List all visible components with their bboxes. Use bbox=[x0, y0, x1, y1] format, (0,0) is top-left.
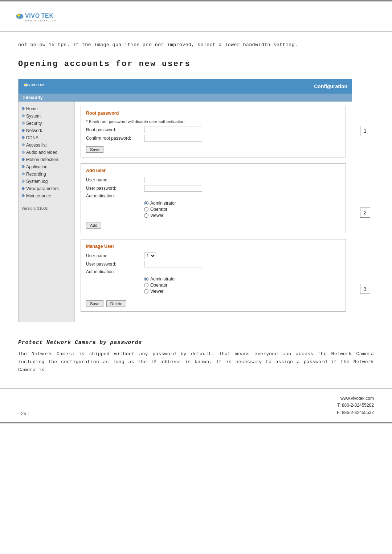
sidebar-label-syslog: System log bbox=[26, 179, 48, 184]
plus-icon-maintenance: ⊕ bbox=[21, 193, 25, 198]
add-password-label: User password: bbox=[86, 186, 144, 191]
add-password-input[interactable] bbox=[144, 185, 202, 192]
add-auth-operator-row: Operator bbox=[144, 207, 340, 212]
bottom-border bbox=[0, 422, 392, 423]
manage-username-select[interactable]: 1 bbox=[144, 253, 156, 259]
add-auth-group: Administrator Operator Viewer bbox=[144, 201, 340, 218]
sidebar-item-system[interactable]: ⊕ System bbox=[19, 112, 74, 120]
plus-icon-system: ⊕ bbox=[21, 114, 25, 118]
plus-icon-network: ⊕ bbox=[21, 128, 25, 133]
protect-text: The Network Camera is shipped without an… bbox=[18, 350, 374, 374]
sidebar-item-access-list[interactable]: ⊕ Access list bbox=[19, 141, 74, 149]
config-panel: VIVO TEK Configuration >Security ⊕ Home bbox=[18, 79, 352, 322]
section-heading: Opening accounts for new users bbox=[18, 59, 374, 69]
confirm-password-input[interactable] bbox=[144, 135, 202, 141]
svg-text:VIVO: VIVO bbox=[25, 13, 40, 19]
sidebar-label-access: Access list bbox=[26, 143, 47, 148]
add-auth-admin-label: Administrator bbox=[150, 201, 176, 206]
manage-auth-row: Authentication: bbox=[86, 269, 340, 274]
svg-text:TEK: TEK bbox=[38, 83, 45, 87]
root-password-label: Root password: bbox=[86, 127, 144, 132]
manage-auth-admin-radio[interactable] bbox=[144, 277, 148, 281]
manage-auth-viewer-row: Viewer bbox=[144, 289, 340, 294]
sidebar-item-network[interactable]: ⊕ Network bbox=[19, 127, 74, 134]
add-user-section: Add user User name: User password: Authe… bbox=[81, 163, 346, 233]
manage-username-label: User name: bbox=[86, 253, 144, 258]
manage-user-section: Manage User User name: 1 User password: bbox=[81, 239, 346, 312]
sidebar-label-ddns: DDNS bbox=[26, 135, 38, 140]
header-logo-svg: VIVO TEK bbox=[23, 81, 56, 91]
bottom-section: Protect Network Camera by passwords The … bbox=[0, 340, 392, 374]
add-auth-admin-radio[interactable] bbox=[144, 201, 148, 205]
svg-point-1 bbox=[20, 14, 21, 15]
plus-icon-access: ⊕ bbox=[21, 143, 25, 147]
sidebar-item-application[interactable]: ⊕ Application bbox=[19, 163, 74, 171]
sidebar-item-motion[interactable]: ⊕ Motion detection bbox=[19, 156, 74, 163]
plus-icon-security: ⊕ bbox=[21, 121, 25, 126]
manage-user-title: Manage User bbox=[86, 244, 340, 249]
svg-text:w w w . v i v o t e k . c o m: w w w . v i v o t e k . c o m bbox=[25, 19, 56, 22]
badge-3: 3 bbox=[360, 284, 370, 294]
manage-username-row: User name: 1 bbox=[86, 253, 340, 259]
sidebar-item-maintenance[interactable]: ⊕ Maintenance bbox=[19, 192, 74, 200]
footer-website: www.vivotek.com bbox=[337, 395, 374, 402]
sidebar-item-view-params[interactable]: ⊕ View parameters bbox=[19, 185, 74, 192]
sidebar-label-system: System bbox=[26, 114, 41, 119]
root-password-title: Root password bbox=[86, 111, 340, 116]
sidebar-label-home: Home bbox=[26, 106, 38, 111]
config-header-logo: VIVO TEK bbox=[23, 81, 56, 91]
add-user-title: Add user bbox=[86, 168, 340, 173]
sidebar-label-recording: Recording bbox=[26, 172, 46, 177]
config-title: Configuration bbox=[314, 83, 347, 89]
footer-fax: F: 886-2-82455532 bbox=[337, 409, 374, 416]
add-username-label: User name: bbox=[86, 177, 144, 182]
manage-save-button[interactable]: Save bbox=[86, 300, 103, 307]
sidebar-label-motion: Motion detection bbox=[26, 157, 58, 162]
root-password-section: Root password * Blank root password will… bbox=[81, 106, 346, 157]
sidebar-label-audio: Audio and video bbox=[26, 150, 57, 155]
sidebar-label-network: Network bbox=[26, 128, 42, 133]
badge-1: 1 bbox=[360, 126, 370, 136]
manage-delete-button[interactable]: Delete bbox=[106, 300, 126, 307]
manage-auth-viewer-radio[interactable] bbox=[144, 289, 148, 294]
manage-password-input[interactable] bbox=[144, 261, 202, 267]
sidebar-item-ddns[interactable]: ⊕ DDNS bbox=[19, 134, 74, 141]
add-user-button[interactable]: Add bbox=[86, 222, 101, 229]
manage-auth-viewer-label: Viewer bbox=[150, 289, 163, 294]
plus-icon-application: ⊕ bbox=[21, 164, 25, 169]
add-auth-viewer-radio[interactable] bbox=[144, 213, 148, 218]
add-username-input[interactable] bbox=[144, 177, 202, 183]
sidebar-item-recording[interactable]: ⊕ Recording bbox=[19, 171, 74, 178]
root-save-button[interactable]: Save bbox=[86, 146, 103, 153]
badge-2: 2 bbox=[360, 208, 370, 218]
root-password-input[interactable] bbox=[144, 127, 202, 133]
manage-auth-admin-label: Administrator bbox=[150, 276, 176, 282]
root-password-row: Root password: bbox=[86, 127, 340, 133]
manage-auth-operator-radio[interactable] bbox=[144, 283, 148, 287]
sidebar-item-audio-video[interactable]: ⊕ Audio and video bbox=[19, 149, 74, 156]
plus-icon-motion: ⊕ bbox=[21, 157, 25, 162]
config-header: VIVO TEK Configuration bbox=[19, 79, 352, 94]
sidebar-label-application: Application bbox=[26, 164, 48, 169]
add-auth-row: Authentication: bbox=[86, 193, 340, 198]
plus-icon-syslog: ⊕ bbox=[21, 179, 25, 184]
main-content: not below 15 fps. If the image qualities… bbox=[0, 32, 392, 340]
plus-icon-audio: ⊕ bbox=[21, 150, 25, 155]
content-inner: Root password * Blank root password will… bbox=[75, 102, 352, 322]
add-auth-operator-radio[interactable] bbox=[144, 207, 148, 212]
content-area: Root password * Blank root password will… bbox=[75, 102, 352, 322]
manage-auth-admin-row: Administrator bbox=[144, 276, 340, 282]
plus-icon-recording: ⊕ bbox=[21, 172, 25, 176]
sidebar-item-security[interactable]: ⊕ Security bbox=[19, 120, 74, 127]
vivotek-logo: VIVO TEK w w w . v i v o t e k . c o m bbox=[15, 8, 62, 28]
sidebar-version: Version: 0100c bbox=[19, 203, 74, 213]
sidebar-item-syslog[interactable]: ⊕ System log bbox=[19, 178, 74, 185]
breadcrumb: >Security bbox=[19, 94, 352, 102]
sidebar-label-view: View parameters bbox=[26, 186, 59, 191]
add-password-row: User password: bbox=[86, 185, 340, 192]
sidebar-item-home[interactable]: ⊕ Home bbox=[19, 105, 74, 112]
add-username-row: User name: bbox=[86, 177, 340, 183]
root-password-note: * Blank root password will disable user … bbox=[86, 119, 340, 124]
sidebar-label-maintenance: Maintenance bbox=[26, 193, 51, 198]
sidebar: ⊕ Home ⊕ System ⊕ Security ⊕ Network bbox=[19, 102, 75, 322]
